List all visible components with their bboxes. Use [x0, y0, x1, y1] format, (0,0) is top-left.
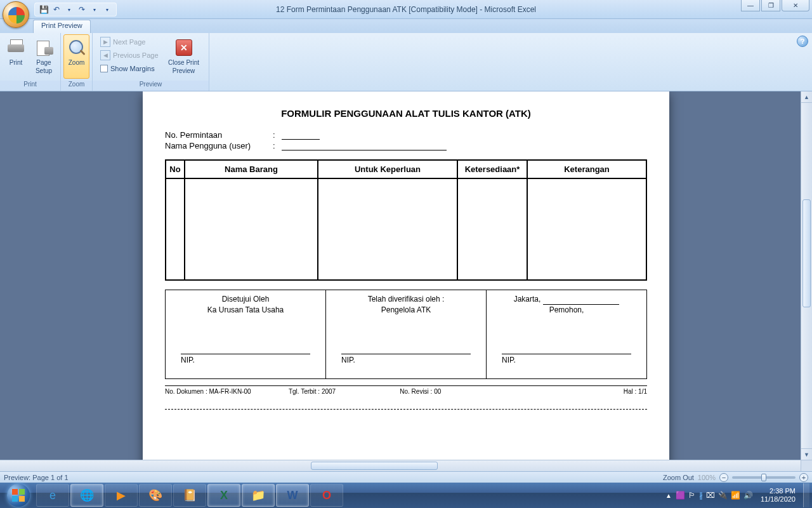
- window-title: 12 Form Permintaan Penggunaan ATK [Compa…: [0, 5, 812, 14]
- status-bar: Preview: Page 1 of 1 Zoom Out 100% − +: [0, 471, 812, 483]
- scroll-corner: [801, 460, 812, 471]
- close-icon: ✕: [174, 37, 194, 58]
- task-ie[interactable]: e: [36, 484, 69, 507]
- signature-table: Disetujui Oleh Ka Urusan Tata Usaha NIP.…: [165, 290, 647, 379]
- help-button[interactable]: ?: [797, 36, 808, 47]
- close-button[interactable]: ✕: [782, 0, 809, 11]
- previous-page-button: ◀ Previous Page: [98, 49, 161, 62]
- tab-print-preview[interactable]: Print Preview: [33, 20, 91, 33]
- sign-pemohon: Jakarta, Pemohon, NIP.: [487, 290, 647, 379]
- th-ketersediaan: Ketersediaan*: [457, 160, 527, 178]
- status-page-info: Preview: Page 1 of 1: [4, 474, 69, 481]
- next-page-icon: ▶: [100, 37, 110, 47]
- field-no-permintaan: No. Permintaan:: [165, 130, 647, 140]
- group-label-print: Print: [0, 81, 60, 91]
- checkbox-icon: [100, 65, 108, 72]
- tray-overflow-icon[interactable]: ▲: [665, 492, 672, 499]
- taskbar-clock[interactable]: 2:38 PM 11/18/2020: [757, 487, 799, 503]
- table-barang: No Nama Barang Untuk Keperluan Ketersedi…: [165, 159, 647, 281]
- folder-icon: 📁: [251, 488, 265, 502]
- horizontal-scrollbar[interactable]: [0, 460, 801, 471]
- dashed-separator: [165, 409, 647, 410]
- th-untuk-keperluan: Untuk Keperluan: [318, 160, 457, 178]
- doc-footer: No. Dokumen : MA-FR-IKN-00 Tgl. Terbit :…: [165, 385, 647, 395]
- paint-icon: 🎨: [148, 488, 162, 502]
- ribbon-tabs: Print Preview: [0, 19, 812, 33]
- group-label-preview: Preview: [93, 81, 209, 91]
- maximize-button[interactable]: ❐: [761, 0, 780, 11]
- doc-title: FORMULIR PENGGUNAAN ALAT TULIS KANTOR (A…: [165, 108, 647, 119]
- task-paint[interactable]: 🎨: [139, 484, 172, 507]
- field-nama-pengguna: Nama Pengguna (user):: [165, 141, 647, 150]
- table-row: [166, 178, 646, 280]
- bluetooth-icon[interactable]: ∦: [699, 491, 703, 500]
- vertical-scrollbar[interactable]: ▲ ▼: [801, 91, 812, 460]
- taskbar: e 🌐 ▶ 🎨 📔 X 📁 W O ▲ 🟪 🏳 ∦ ⌧ 🔌 📶 🔊 2:38 P…: [0, 483, 812, 508]
- task-explorer[interactable]: 📁: [242, 484, 275, 507]
- office-button[interactable]: [3, 1, 30, 29]
- excel-icon: X: [220, 489, 228, 502]
- show-desktop-button[interactable]: [803, 483, 809, 507]
- task-excel[interactable]: X: [207, 484, 240, 507]
- scroll-thumb[interactable]: [311, 462, 438, 470]
- word-icon: W: [287, 489, 298, 502]
- next-page-button: ▶ Next Page: [98, 36, 161, 48]
- magnifier-icon: [67, 37, 87, 58]
- sign-disetujui: Disetujui Oleh Ka Urusan Tata Usaha NIP.: [166, 290, 326, 379]
- zoom-slider[interactable]: [732, 476, 796, 479]
- page-setup-icon: [34, 37, 54, 58]
- ribbon: ? Print Page Setup Print Zoom Zoom: [0, 33, 812, 91]
- preview-area: FORMULIR PENGGUNAAN ALAT TULIS KANTOR (A…: [0, 91, 812, 471]
- zoom-out-label[interactable]: Zoom Out: [663, 474, 694, 481]
- scroll-up-icon[interactable]: ▲: [801, 91, 812, 103]
- system-tray: ▲ 🟪 🏳 ∦ ⌧ 🔌 📶 🔊 2:38 PM 11/18/2020: [665, 483, 811, 507]
- zoom-minus-button[interactable]: −: [719, 473, 728, 482]
- scroll-down-icon[interactable]: ▼: [801, 448, 812, 460]
- scroll-thumb[interactable]: [802, 199, 811, 307]
- print-button[interactable]: Print: [3, 34, 29, 79]
- power-icon[interactable]: 🔌: [718, 491, 728, 500]
- windows-logo-icon: [7, 484, 30, 507]
- sticky-notes-icon: 📔: [183, 488, 197, 502]
- group-label-zoom: Zoom: [61, 81, 92, 91]
- ie-icon: e: [49, 489, 56, 502]
- close-print-preview-button[interactable]: ✕ Close Print Preview: [165, 34, 203, 79]
- zoom-button[interactable]: Zoom: [63, 34, 89, 79]
- volume-icon[interactable]: 🔊: [743, 491, 753, 500]
- tray-misc-icon[interactable]: ⌧: [706, 491, 715, 500]
- page-setup-button[interactable]: Page Setup: [30, 34, 57, 79]
- task-chrome[interactable]: 🌐: [70, 484, 103, 507]
- sign-verifikasi: Telah diverifikasi oleh : Pengelola ATK …: [326, 290, 487, 379]
- zoom-plus-button[interactable]: +: [799, 473, 808, 482]
- media-player-icon: ▶: [117, 488, 126, 502]
- page-preview[interactable]: FORMULIR PENGGUNAAN ALAT TULIS KANTOR (A…: [143, 91, 669, 471]
- chrome-icon: 🌐: [80, 488, 94, 502]
- th-nama-barang: Nama Barang: [185, 160, 318, 178]
- task-word[interactable]: W: [276, 484, 309, 507]
- printer-icon: [6, 37, 26, 58]
- flag-icon[interactable]: 🏳: [688, 491, 696, 500]
- onenote-tray-icon[interactable]: 🟪: [676, 491, 685, 500]
- task-notes[interactable]: 📔: [173, 484, 206, 507]
- previous-page-icon: ◀: [100, 50, 110, 60]
- th-keterangan: Keterangan: [527, 160, 646, 178]
- opera-icon: O: [322, 489, 331, 502]
- task-opera[interactable]: O: [310, 484, 343, 507]
- th-no: No: [166, 160, 185, 178]
- zoom-percent: 100%: [698, 474, 716, 481]
- title-bar: 💾 ↶ ▾ ↷ ▾ ▾ 12 Form Permintaan Penggunaa…: [0, 0, 812, 19]
- show-margins-checkbox[interactable]: Show Margins: [98, 62, 161, 75]
- network-icon[interactable]: 📶: [731, 491, 740, 500]
- minimize-button[interactable]: —: [741, 0, 760, 11]
- task-media-player[interactable]: ▶: [105, 484, 138, 507]
- start-button[interactable]: [1, 483, 36, 508]
